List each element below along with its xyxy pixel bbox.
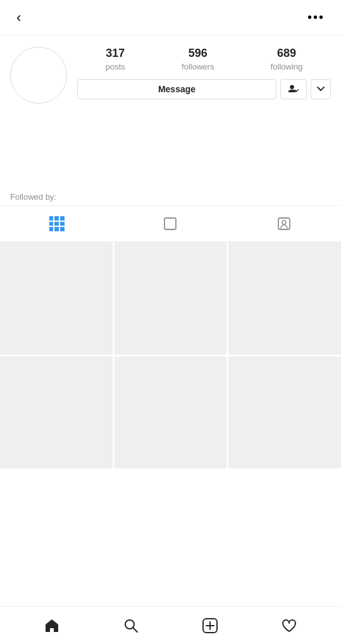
- nav-search[interactable]: [113, 612, 149, 639]
- add-icon: [202, 617, 218, 634]
- svg-point-3: [282, 221, 286, 224]
- profile-header: 317 posts 596 followers 689 following Me…: [0, 35, 341, 111]
- posts-grid: [0, 242, 341, 468]
- followers-stat[interactable]: 596 followers: [182, 47, 214, 71]
- followers-count: 596: [189, 47, 208, 61]
- follow-check-button[interactable]: [280, 79, 307, 99]
- home-icon: [44, 617, 60, 634]
- svg-rect-1: [164, 218, 176, 229]
- person-check-icon: [288, 84, 299, 94]
- following-count: 689: [277, 47, 296, 61]
- posts-count: 317: [106, 47, 125, 61]
- grid-icon: [49, 216, 65, 231]
- message-button[interactable]: Message: [77, 79, 276, 99]
- heart-icon: [281, 617, 297, 634]
- top-nav: ‹ •••: [0, 0, 341, 35]
- post-item[interactable]: [115, 356, 227, 469]
- svg-line-5: [133, 628, 138, 632]
- post-item[interactable]: [115, 242, 227, 355]
- bottom-nav: [0, 606, 341, 644]
- tab-tagged[interactable]: [264, 212, 304, 235]
- stats-row: 317 posts 596 followers 689 following: [77, 47, 331, 71]
- action-row: Message: [77, 79, 331, 99]
- more-button[interactable]: •••: [302, 8, 330, 27]
- followers-label: followers: [182, 62, 214, 71]
- post-item[interactable]: [228, 356, 341, 469]
- tagged-icon: [276, 216, 292, 231]
- nav-home[interactable]: [34, 612, 70, 639]
- svg-rect-2: [278, 218, 290, 229]
- profile-info: 317 posts 596 followers 689 following Me…: [77, 47, 331, 99]
- tab-igtv[interactable]: [150, 212, 190, 235]
- bio-area: [0, 111, 341, 187]
- followed-by-text: Followed by:: [0, 187, 341, 205]
- svg-point-0: [290, 85, 294, 89]
- post-item[interactable]: [0, 242, 113, 355]
- posts-label: posts: [106, 62, 125, 71]
- chevron-down-icon: [317, 87, 325, 92]
- tab-bar: [0, 205, 341, 242]
- igtv-icon: [163, 216, 178, 231]
- following-stat[interactable]: 689 following: [271, 47, 303, 71]
- nav-activity[interactable]: [271, 612, 307, 639]
- posts-stat[interactable]: 317 posts: [106, 47, 125, 71]
- following-label: following: [271, 62, 303, 71]
- avatar: [10, 47, 67, 104]
- tab-grid[interactable]: [37, 212, 77, 235]
- search-icon: [123, 617, 139, 634]
- post-item[interactable]: [0, 356, 113, 469]
- content-area: 317 posts 596 followers 689 following Me…: [0, 35, 341, 606]
- nav-add[interactable]: [192, 612, 228, 639]
- dropdown-button[interactable]: [311, 79, 331, 99]
- post-item[interactable]: [228, 242, 341, 355]
- back-button[interactable]: ‹: [11, 7, 26, 28]
